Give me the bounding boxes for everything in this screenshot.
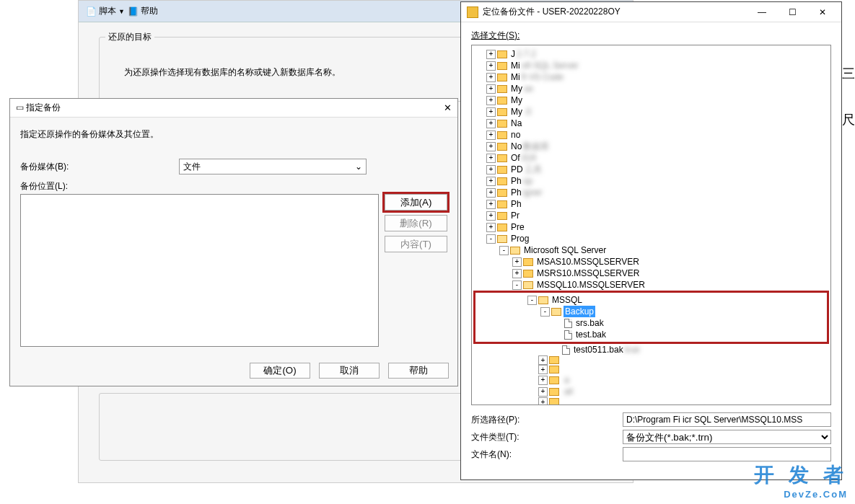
expand-icon[interactable]: +: [486, 142, 496, 151]
tree-node[interactable]: -MSSQL10.MSSQLSERVER: [473, 279, 829, 291]
ok-button[interactable]: 确定(O): [250, 363, 310, 379]
help-label: 帮助: [141, 5, 158, 17]
tree-node-label: test.bak: [574, 329, 608, 340]
backup-location-list[interactable]: [20, 194, 379, 347]
tree-node[interactable]: test0511.bak true: [473, 344, 829, 355]
folder-icon: [523, 258, 533, 266]
tree-node[interactable]: +: [473, 365, 829, 374]
expand-icon[interactable]: +: [538, 387, 548, 397]
filename-input[interactable]: [623, 447, 831, 461]
script-icon: 📄: [86, 6, 97, 17]
tree-node[interactable]: + all: [473, 386, 829, 397]
expand-icon[interactable]: +: [486, 211, 496, 221]
expand-icon[interactable]: +: [486, 61, 496, 71]
tree-node[interactable]: -Backup: [475, 306, 827, 317]
tree-node[interactable]: +Pr: [473, 210, 829, 221]
expand-icon[interactable]: +: [538, 397, 548, 405]
tree-node-label: srs.bak: [574, 317, 605, 329]
expand-icon[interactable]: +: [486, 73, 496, 82]
close-button[interactable]: ✕: [810, 4, 836, 20]
tree-node[interactable]: +: [473, 397, 829, 405]
expand-icon[interactable]: +: [486, 223, 496, 232]
tree-node[interactable]: + a: [473, 374, 829, 386]
collapse-icon[interactable]: -: [540, 307, 550, 317]
backup-media-select[interactable]: 文件 ⌄: [179, 159, 367, 174]
collapse-icon[interactable]: -: [512, 280, 522, 290]
tree-node[interactable]: +PD 工具: [473, 164, 829, 175]
expand-icon[interactable]: +: [512, 269, 522, 278]
tree-node[interactable]: +no: [473, 129, 829, 141]
tree-node[interactable]: +My se: [473, 83, 829, 94]
expand-icon[interactable]: +: [486, 165, 496, 174]
cancel-button[interactable]: 取消: [319, 363, 380, 379]
expand-icon[interactable]: +: [486, 50, 496, 59]
script-menu[interactable]: 📄 脚本 ▼: [86, 5, 125, 17]
minimize-button[interactable]: ―: [749, 4, 775, 20]
tree-node-label: Prog: [509, 233, 530, 244]
locate-title: 定位备份文件 - USER-20220228OY: [483, 6, 749, 18]
tree-node[interactable]: +MSRS10.MSSQLSERVER: [473, 268, 829, 279]
tree-node[interactable]: +J 2.7.2: [473, 48, 829, 60]
tree-node[interactable]: +Mi oft SQL Server: [473, 60, 829, 71]
tree-node[interactable]: +No 数据库: [473, 141, 829, 152]
chevron-down-icon: ▼: [118, 8, 125, 15]
filetype-label: 文件类型(T):: [471, 431, 615, 443]
folder-icon: [497, 143, 507, 151]
collapse-icon[interactable]: -: [486, 234, 496, 244]
expand-icon[interactable]: +: [486, 96, 496, 105]
backup-media-label: 备份媒体(B):: [20, 161, 179, 173]
tree-node[interactable]: -Microsoft SQL Server: [473, 244, 829, 256]
help-menu[interactable]: 📘 帮助: [128, 5, 158, 17]
tree-node[interactable]: -Prog: [473, 233, 829, 244]
tree-node[interactable]: +Na: [473, 118, 829, 129]
file-tree[interactable]: +J 2.7.2+Mi oft SQL Server+Mi ft VS Code…: [471, 45, 831, 405]
tree-node[interactable]: +Ph: [473, 198, 829, 210]
expand-icon[interactable]: +: [486, 200, 496, 209]
filetype-select[interactable]: 备份文件(*.bak;*.trn): [623, 430, 831, 444]
locate-file-dialog: 定位备份文件 - USER-20220228OY ― ☐ ✕ 选择文件(S): …: [460, 1, 842, 480]
tree-node[interactable]: +My .0: [473, 106, 829, 118]
maximize-button[interactable]: ☐: [779, 4, 805, 20]
tree-node[interactable]: -MSSQL: [475, 294, 827, 306]
content-button[interactable]: 内容(T): [385, 236, 447, 252]
tree-node[interactable]: +Ph op: [473, 175, 829, 187]
tree-node[interactable]: +Of 019: [473, 152, 829, 164]
folder-icon: [497, 50, 507, 58]
tree-node[interactable]: +Ph igner: [473, 187, 829, 198]
expand-icon[interactable]: +: [486, 188, 496, 198]
tree-node[interactable]: +Pre: [473, 221, 829, 233]
expand-icon[interactable]: +: [486, 131, 496, 140]
close-icon[interactable]: ✕: [444, 102, 452, 113]
blurred-text: op: [523, 175, 532, 187]
tree-node[interactable]: +: [473, 355, 829, 365]
folder-icon: [497, 189, 507, 197]
tree-node[interactable]: +My: [473, 94, 829, 106]
expand-icon[interactable]: +: [486, 107, 496, 117]
tree-node[interactable]: srs.bak: [475, 317, 827, 329]
remove-button[interactable]: 删除(R): [385, 215, 447, 231]
collapse-icon[interactable]: -: [527, 296, 537, 305]
expand-icon[interactable]: +: [538, 365, 548, 374]
tree-node[interactable]: +MSAS10.MSSQLSERVER: [473, 256, 829, 268]
folder-icon: [549, 398, 559, 405]
folder-icon: [497, 200, 507, 208]
help-icon: 📘: [128, 6, 139, 17]
blurred-text: 数据库: [523, 141, 549, 152]
expand-icon[interactable]: +: [538, 376, 548, 385]
expand-icon[interactable]: +: [538, 355, 548, 365]
expand-icon[interactable]: +: [486, 84, 496, 94]
tree-node-label: My: [509, 83, 524, 94]
tree-node[interactable]: +Mi ft VS Code: [473, 71, 829, 83]
folder-icon: [549, 356, 559, 364]
expand-icon[interactable]: +: [486, 154, 496, 163]
add-button[interactable]: 添加(A): [385, 194, 447, 211]
expand-icon[interactable]: +: [486, 177, 496, 186]
tree-node-label: Ph: [509, 175, 523, 187]
help-button[interactable]: 帮助: [388, 363, 449, 379]
expand-icon[interactable]: +: [486, 119, 496, 128]
collapse-icon[interactable]: -: [499, 246, 509, 255]
expand-icon[interactable]: +: [512, 257, 522, 267]
tree-node[interactable]: test.bak: [475, 329, 827, 340]
window-icon: ▭: [16, 102, 24, 112]
specify-backup-title: 指定备份: [26, 102, 61, 112]
